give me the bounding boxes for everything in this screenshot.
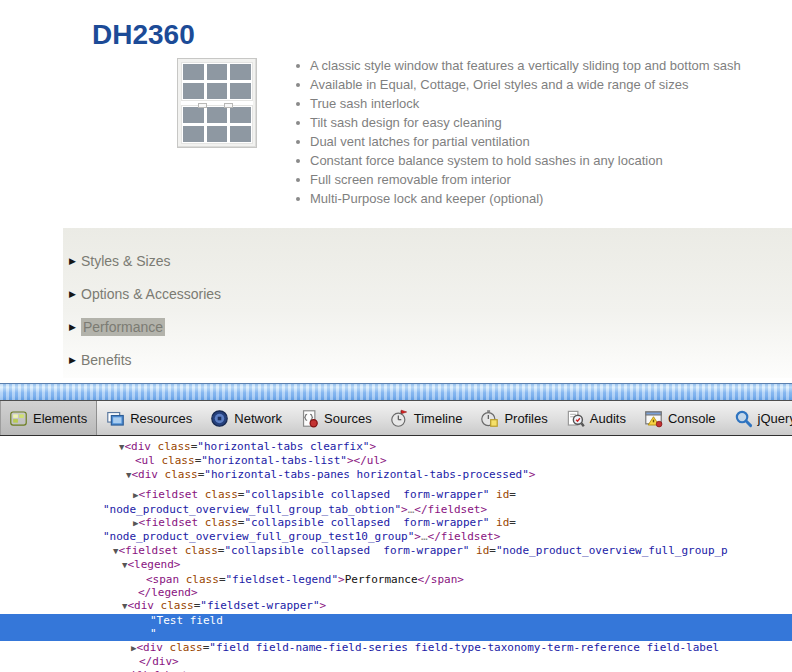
window-sashes <box>181 62 253 144</box>
feature-text: A classic style window that features a v… <box>310 58 741 73</box>
product-window-image <box>177 58 257 148</box>
feature-item: Constant force balance system to hold sa… <box>293 151 788 170</box>
bullet-icon <box>296 83 300 87</box>
feature-item: Multi-Purpose lock and keeper (optional) <box>293 189 788 208</box>
bullet-icon <box>296 121 300 125</box>
bullet-icon <box>296 102 300 106</box>
accordion-label: Benefits <box>81 352 132 368</box>
devtools-tab-label: Timeline <box>414 411 463 426</box>
dom-tree-line[interactable]: </legend> <box>0 586 792 599</box>
dom-tree-line[interactable]: </fieldset> <box>0 669 792 672</box>
timeline-icon <box>390 409 409 428</box>
accordion-item-styles-sizes[interactable]: ▶ Styles & Sizes <box>63 244 792 277</box>
bullet-icon <box>296 197 300 201</box>
dom-tree-line[interactable]: "node_product_overview_full_group_test10… <box>0 530 792 543</box>
triangle-right-icon: ▶ <box>69 322 81 332</box>
feature-text: True sash interlock <box>310 96 419 111</box>
feature-text: Available in Equal, Cottage, Oriel style… <box>310 77 688 92</box>
devtools-tab-label: Elements <box>33 411 87 426</box>
dom-tree-line[interactable]: ▼<div class="horizontal-tabs-panes horiz… <box>0 468 792 482</box>
window-top-sash <box>181 62 253 101</box>
bullet-icon <box>296 159 300 163</box>
dom-tree-line[interactable]: ▶<div class="field field-name-field-seri… <box>0 641 792 655</box>
accordion-label: Styles & Sizes <box>81 253 170 269</box>
accordion-item-performance[interactable]: ▶ Performance <box>63 310 792 343</box>
feature-text: Full screen removable from interior <box>310 172 511 187</box>
console-icon <box>644 409 663 428</box>
feature-list: A classic style window that features a v… <box>293 56 788 208</box>
profiles-icon <box>480 409 499 428</box>
dom-tree-line[interactable]: "node_product_overview_full_group_tab_ob… <box>0 503 792 516</box>
feature-item: Full screen removable from interior <box>293 170 788 189</box>
devtools-tab-resources[interactable]: Resources <box>97 401 201 435</box>
dom-tree-line[interactable]: ▶<fieldset class="collapsible collapsed … <box>0 488 792 502</box>
dom-tree-line[interactable]: ▼<div class="fieldset-wrapper"> <box>0 599 792 613</box>
accordion-label: Performance <box>81 318 165 336</box>
triangle-right-icon: ▶ <box>69 355 81 365</box>
dom-tree-line[interactable]: </div> <box>0 655 792 668</box>
page-title: DH2360 <box>92 19 195 51</box>
devtools-tab-elements[interactable]: Elements <box>0 401 97 435</box>
dom-tree-line[interactable]: ▼<legend> <box>0 558 792 572</box>
sash-latch-icon <box>198 103 207 108</box>
devtools-tab-label: Sources <box>324 411 372 426</box>
dom-tree-line[interactable]: ▼<div class="horizontal-tabs clearfix"> <box>0 440 792 454</box>
feature-text: Multi-Purpose lock and keeper (optional) <box>310 191 543 206</box>
devtools-tab-profiles[interactable]: Profiles <box>471 401 556 435</box>
feature-item: Tilt sash design for easy cleaning <box>293 113 788 132</box>
devtools-tab-audits[interactable]: Audits <box>557 401 635 435</box>
devtools-tab-label: Console <box>668 411 716 426</box>
devtools-tab-label: jQuery Selector Inspe <box>758 411 792 426</box>
dom-tree-line-selected[interactable]: " <box>0 627 792 640</box>
devtools-tab-sources[interactable]: Sources <box>291 401 381 435</box>
network-icon <box>210 409 229 428</box>
accordion-label: Options & Accessories <box>81 286 221 302</box>
accordion-item-options-accessories[interactable]: ▶ Options & Accessories <box>63 277 792 310</box>
feature-item: Available in Equal, Cottage, Oriel style… <box>293 75 788 94</box>
jquery-icon <box>734 409 753 428</box>
feature-item: Dual vent latches for partial ventilatio… <box>293 132 788 151</box>
dom-tree-line[interactable]: ▼<fieldset class="collapsible collapsed … <box>0 544 792 558</box>
window-bottom-sash <box>181 105 253 144</box>
bullet-icon <box>296 140 300 144</box>
sources-icon <box>300 409 319 428</box>
devtools-tab-label: Resources <box>130 411 192 426</box>
feature-text: Dual vent latches for partial ventilatio… <box>310 134 530 149</box>
accordion-item-benefits[interactable]: ▶ Benefits <box>63 343 792 376</box>
feature-item: True sash interlock <box>293 94 788 113</box>
sash-latch-icon <box>224 103 233 108</box>
feature-text: Constant force balance system to hold sa… <box>310 153 663 168</box>
bullet-icon <box>296 64 300 68</box>
devtools-tab-label: Profiles <box>504 411 547 426</box>
feature-item: A classic style window that features a v… <box>293 56 788 75</box>
devtools-toolbar: Elements Resources Network Sources Timel… <box>0 400 792 436</box>
devtools-tab-timeline[interactable]: Timeline <box>381 401 472 435</box>
dom-tree-line[interactable]: <span class="fieldset-legend">Performanc… <box>0 573 792 586</box>
devtools-tab-network[interactable]: Network <box>201 401 291 435</box>
devtools-tab-label: Audits <box>590 411 626 426</box>
triangle-right-icon: ▶ <box>69 256 81 266</box>
devtools-tab-label: Network <box>234 411 282 426</box>
horizontal-scrollbar[interactable] <box>0 383 792 401</box>
dom-tree-line[interactable]: <ul class="horizontal-tabs-list"></ul> <box>0 454 792 467</box>
accordion-section: ▶ Styles & Sizes ▶ Options & Accessories… <box>63 228 792 378</box>
dom-tree-line[interactable]: ▶<fieldset class="collapsible collapsed … <box>0 516 792 530</box>
elements-icon <box>9 409 28 428</box>
bullet-icon <box>296 178 300 182</box>
resources-icon <box>106 409 125 428</box>
devtools-tab-console[interactable]: Console <box>635 401 725 435</box>
devtools-tab-jquery[interactable]: jQuery Selector Inspe <box>725 401 792 435</box>
dom-tree-line-selected[interactable]: "Test field <box>0 614 792 627</box>
feature-text: Tilt sash design for easy cleaning <box>310 115 502 130</box>
audits-icon <box>566 409 585 428</box>
triangle-right-icon: ▶ <box>69 289 81 299</box>
dom-tree: ▼<div class="horizontal-tabs clearfix"><… <box>0 437 792 672</box>
